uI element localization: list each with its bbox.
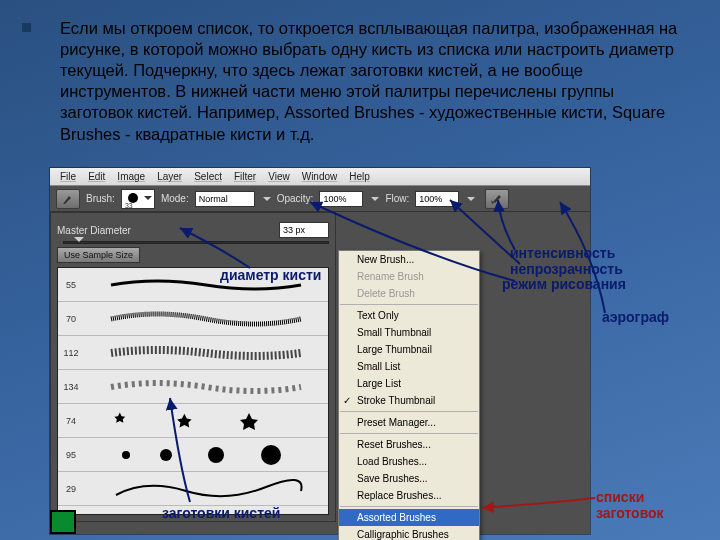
opacity-field[interactable]: 100% <box>319 191 363 207</box>
color-swatch[interactable] <box>50 510 76 534</box>
menu-window[interactable]: Window <box>296 171 344 182</box>
list-item: 29 <box>58 472 328 506</box>
mode-label: Mode: <box>161 193 189 204</box>
menu-item[interactable]: Replace Brushes... <box>339 487 479 504</box>
menu-image[interactable]: Image <box>111 171 151 182</box>
menu-item[interactable]: Stroke Thumbnail <box>339 392 479 409</box>
use-sample-size-button[interactable]: Use Sample Size <box>57 247 140 263</box>
svg-point-2 <box>208 447 224 463</box>
menu-item[interactable]: Text Only <box>339 307 479 324</box>
brush-tool-icon[interactable] <box>56 189 80 209</box>
menu-item[interactable]: Assorted Brushes <box>339 509 479 526</box>
callout-airbrush: аэрограф <box>602 310 669 325</box>
flow-label: Flow: <box>385 193 409 204</box>
mode-select[interactable]: Normal <box>195 191 255 207</box>
menu-file[interactable]: File <box>54 171 82 182</box>
menu-layer[interactable]: Layer <box>151 171 188 182</box>
palette-context-menu: New Brush...Rename BrushDelete BrushText… <box>338 250 480 540</box>
menu-item[interactable]: Preset Manager... <box>339 414 479 431</box>
airbrush-toggle-icon[interactable] <box>485 189 509 209</box>
menu-filter[interactable]: Filter <box>228 171 262 182</box>
list-item: 74 <box>58 404 328 438</box>
slide-paragraph: Если мы откроем список, то откроется всп… <box>60 18 690 145</box>
list-item: 134 <box>58 370 328 404</box>
list-item: 70 <box>58 302 328 336</box>
photoshop-screenshot: File Edit Image Layer Select Filter View… <box>50 168 590 534</box>
flow-field[interactable]: 100% <box>415 191 459 207</box>
master-diameter-label: Master Diameter <box>57 225 131 236</box>
diameter-slider[interactable] <box>63 241 329 244</box>
options-bar: Brush: 33 Mode: Normal Opacity: 100% Flo… <box>50 186 590 212</box>
menu-view[interactable]: View <box>262 171 296 182</box>
menu-help[interactable]: Help <box>343 171 376 182</box>
menu-item[interactable]: Large List <box>339 375 479 392</box>
list-item: 112 <box>58 336 328 370</box>
menu-edit[interactable]: Edit <box>82 171 111 182</box>
opacity-label: Opacity: <box>277 193 314 204</box>
callout-lists2: заготовок <box>596 506 664 521</box>
chevron-down-icon <box>467 197 475 205</box>
svg-point-0 <box>122 451 130 459</box>
menu-item[interactable]: Calligraphic Brushes <box>339 526 479 540</box>
brush-preset-picker[interactable]: 33 <box>121 189 155 209</box>
callout-intensity: интенсивность <box>510 246 615 261</box>
brush-preset-list[interactable]: 55 70 112 134 74 95 29 <box>57 267 329 515</box>
callout-lists: списки <box>596 490 644 505</box>
menu-item[interactable]: Small Thumbnail <box>339 324 479 341</box>
menu-item[interactable]: Save Brushes... <box>339 470 479 487</box>
menu-item[interactable]: Load Brushes... <box>339 453 479 470</box>
menu-item[interactable]: Reset Brushes... <box>339 436 479 453</box>
brush-label: Brush: <box>86 193 115 204</box>
menu-item[interactable]: Small List <box>339 358 479 375</box>
menu-select[interactable]: Select <box>188 171 228 182</box>
list-item: 95 <box>58 438 328 472</box>
menu-item[interactable]: Rename Brush <box>339 268 479 285</box>
callout-opacity: непрозрачность <box>510 262 623 277</box>
menu-item[interactable]: New Brush... <box>339 251 479 268</box>
brush-palette: Master Diameter 33 px Use Sample Size 55… <box>50 212 336 522</box>
menu-item[interactable]: Large Thumbnail <box>339 341 479 358</box>
callout-presets: заготовки кистей <box>162 506 280 521</box>
chevron-down-icon <box>263 197 271 205</box>
bullet-marker <box>22 23 31 32</box>
chevron-down-icon <box>371 197 379 205</box>
menu-item[interactable]: Delete Brush <box>339 285 479 302</box>
svg-point-1 <box>160 449 172 461</box>
svg-point-3 <box>261 445 281 465</box>
master-diameter-field[interactable]: 33 px <box>279 222 329 238</box>
callout-mode: режим рисования <box>502 277 626 292</box>
callout-diameter: диаметр кисти <box>220 268 321 283</box>
menubar: File Edit Image Layer Select Filter View… <box>50 168 590 186</box>
